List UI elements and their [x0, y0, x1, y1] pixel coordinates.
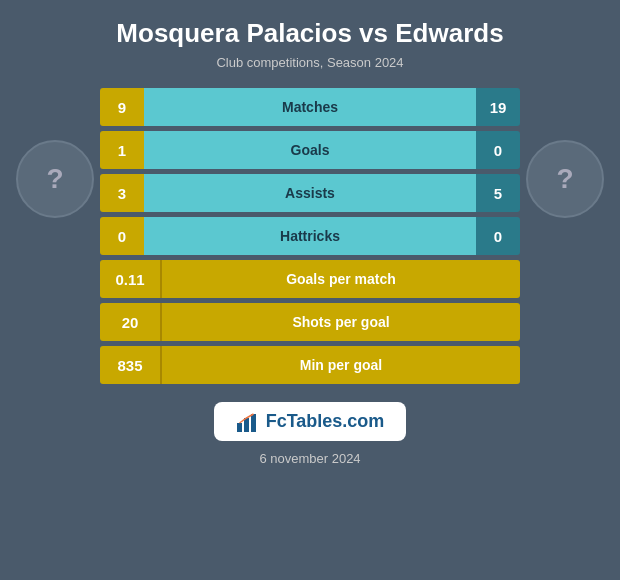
stat-row-min-per-goal: 835 Min per goal [100, 346, 520, 384]
stat-row-hattricks: 0 Hattricks 0 [100, 217, 520, 255]
matches-left-value: 9 [100, 88, 144, 126]
footer-date: 6 november 2024 [259, 451, 360, 466]
assists-right-value: 5 [476, 174, 520, 212]
avatar-question-right: ? [556, 163, 573, 195]
player-avatar-left: ? [16, 140, 94, 218]
avatar-left: ? [10, 88, 100, 218]
shots-per-goal-value: 20 [100, 303, 160, 341]
min-per-goal-label: Min per goal [160, 346, 520, 384]
stat-row-matches: 9 Matches 19 [100, 88, 520, 126]
stat-row-goals-per-match: 0.11 Goals per match [100, 260, 520, 298]
stat-row-goals: 1 Goals 0 [100, 131, 520, 169]
stat-row-shots-per-goal: 20 Shots per goal [100, 303, 520, 341]
matches-label: Matches [144, 88, 476, 126]
hattricks-right-value: 0 [476, 217, 520, 255]
hattricks-left-value: 0 [100, 217, 144, 255]
logo-area: FcTables.com [214, 402, 407, 441]
logo-icon [236, 410, 258, 433]
goals-per-match-value: 0.11 [100, 260, 160, 298]
min-per-goal-value: 835 [100, 346, 160, 384]
page-title: Mosquera Palacios vs Edwards [116, 18, 503, 49]
goals-right-value: 0 [476, 131, 520, 169]
assists-label: Assists [144, 174, 476, 212]
player-avatar-right: ? [526, 140, 604, 218]
avatar-right: ? [520, 88, 610, 218]
goals-left-value: 1 [100, 131, 144, 169]
svg-rect-2 [251, 414, 256, 432]
stats-column: 9 Matches 19 1 Goals 0 3 Assists 5 0 Hat… [100, 88, 520, 384]
page-subtitle: Club competitions, Season 2024 [216, 55, 403, 70]
stat-row-assists: 3 Assists 5 [100, 174, 520, 212]
goals-label: Goals [144, 131, 476, 169]
hattricks-label: Hattricks [144, 217, 476, 255]
matches-right-value: 19 [476, 88, 520, 126]
avatar-question-left: ? [46, 163, 63, 195]
svg-rect-0 [237, 423, 242, 432]
goals-per-match-label: Goals per match [160, 260, 520, 298]
shots-per-goal-label: Shots per goal [160, 303, 520, 341]
assists-left-value: 3 [100, 174, 144, 212]
main-content: ? 9 Matches 19 1 Goals 0 3 Assists 5 [10, 88, 610, 384]
bar-chart-icon [236, 413, 258, 433]
logo-text: FcTables.com [266, 411, 385, 432]
page-background: Mosquera Palacios vs Edwards Club compet… [0, 0, 620, 580]
